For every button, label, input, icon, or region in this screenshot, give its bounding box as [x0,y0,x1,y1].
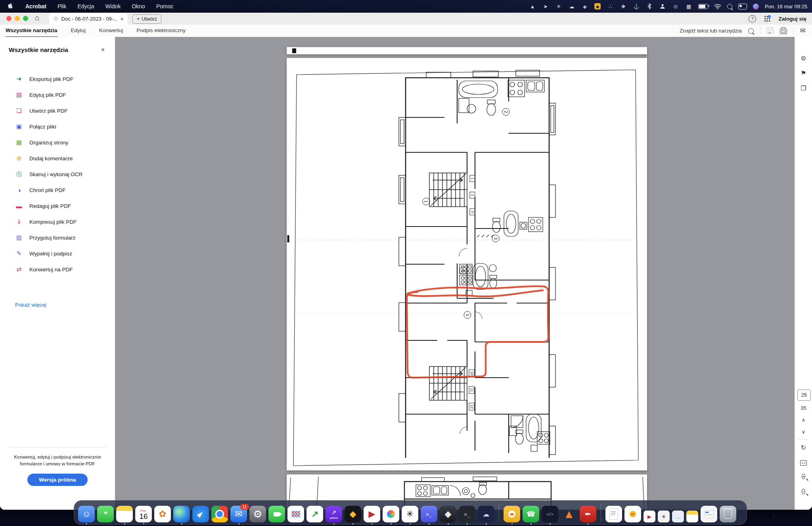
dock-cloud-shell-icon[interactable]: ☁ [478,506,494,522]
control-center-icon[interactable] [738,4,747,10]
menu-clock[interactable]: Pon. 16 mar 09:25 [765,4,807,10]
dock-safari-icon[interactable] [192,506,209,522]
document-tab[interactable]: ☆ Doc - 06-07-2023 - 09-... × [49,13,128,25]
dock-minimized-media-window[interactable]: ▶ [643,511,655,522]
user-status-icon[interactable] [659,3,666,10]
battery-icon[interactable] [698,4,708,9]
apps-grid-icon[interactable] [764,15,770,22]
apple-menu-icon[interactable] [7,3,14,10]
dock-minimized-mail-window[interactable] [701,506,717,522]
tab-esign[interactable]: Podpis elektroniczny [136,24,186,36]
help-icon[interactable]: ? [749,15,756,23]
tab-convert[interactable]: Konwertuj [99,24,123,36]
dock-minimized-chat-window[interactable]: … [672,511,684,522]
tool-fill-sign[interactable]: ✎Wypełnij i podpisz [0,246,115,261]
tool-create-pdf[interactable]: ❏Utwórz plik PDF [0,103,115,119]
dock-document-stack[interactable] [605,506,622,522]
tab-all-tools[interactable]: Wszystkie narzędzia [6,24,57,37]
bluetooth-status-icon[interactable] [646,3,653,10]
tab-edit[interactable]: Edytuj [71,24,86,36]
tool-organize-pages[interactable]: ▦Organizuj strony [0,134,115,150]
zoom-window-button[interactable] [23,16,28,21]
vlc-status-icon[interactable]: ▲ [529,3,536,10]
dock-notes-icon[interactable] [116,506,133,522]
dock-cyberduck-icon[interactable] [504,506,520,522]
dock-messages-icon[interactable]: ❝ [97,506,114,522]
dock-media-player-icon[interactable]: ▶ [364,506,380,522]
display-status-icon[interactable]: ▦ [685,3,692,10]
tool-edit-pdf[interactable]: ▤Edytuj plik PDF [0,87,115,103]
dock-acrobat-icon[interactable]: ✒ [580,506,596,522]
bookmarks-panel-icon[interactable]: ⚑ [795,69,812,77]
dock-facetime-icon[interactable] [268,506,285,522]
dock-duck-file[interactable] [624,506,641,522]
menu-app-name[interactable]: Acrobat [25,3,46,10]
dock-settings-icon[interactable]: ⚙ [249,506,266,522]
cloud-status-icon[interactable]: ☁ [568,3,575,10]
menu-edycja[interactable]: Edycja [77,3,94,10]
tool-convert-to-pdf[interactable]: ⇄Konwertuj na PDF [0,261,115,277]
dock-terminal-icon[interactable]: >_ [459,506,475,522]
tool-redact-pdf[interactable]: ▬Redaguj plik PDF [0,198,115,214]
save-icon[interactable] [767,27,774,34]
wifi-icon[interactable] [714,3,721,10]
star-icon[interactable]: ☆ [53,15,58,22]
dock-vlc-icon[interactable]: ▲ [561,506,577,522]
dock-chrome-icon[interactable] [211,506,228,522]
shield-status-icon[interactable]: ◈ [581,3,588,10]
trial-button[interactable]: Wersja próbna [27,474,88,486]
siri-icon[interactable] [753,4,759,10]
power-status-icon[interactable]: ⊙ [672,3,679,10]
openai-status-icon[interactable]: ✳ [555,3,562,10]
comments-panel-icon[interactable]: ⊜ [795,54,812,62]
dock-launchpad-icon[interactable] [287,506,304,522]
panel-close-icon[interactable]: × [101,46,105,54]
document-viewport[interactable]: 1 2 3 4 5 1 2 [115,37,795,510]
tool-prepare-form[interactable]: ▥Przygotuj formularz [0,230,115,246]
tool-add-comments[interactable]: ⊜Dodaj komentarze [0,150,115,166]
dock-calendar-icon[interactable]: Pon.16 [135,506,152,522]
menu-pomoc[interactable]: Pomoc [156,3,174,10]
page-thumbnails-icon[interactable]: ❐ [795,84,812,92]
dock-copilot-icon[interactable] [383,506,399,522]
menu-plik[interactable]: Plik [57,3,67,10]
sign-in-button[interactable]: Zaloguj się [778,16,806,22]
zoom-out-button[interactable]: − [795,488,812,495]
dock-edge-icon[interactable] [173,506,190,522]
dots-status-icon[interactable]: ∴ [607,3,614,10]
tool-scan-ocr[interactable]: ⒶSkanuj i wykonaj OCR [0,166,115,182]
binance-status-icon[interactable]: ◆ [594,3,601,10]
dock-finder-icon[interactable]: ☺ [78,506,95,522]
dock-photos-icon[interactable]: ✿ [154,506,171,522]
dock-chatgpt-icon[interactable]: ✳ [402,506,418,522]
close-window-button[interactable] [6,16,11,21]
tool-protect-pdf[interactable]: ◑Chroń plik PDF [0,182,115,198]
home-icon[interactable]: ⌂ [35,13,39,22]
dock-whatsapp-icon[interactable]: ☎ [523,506,539,522]
previous-page-button[interactable]: ∧ [795,417,812,423]
dock-unity-icon[interactable]: ◆ [440,506,456,522]
create-button[interactable]: + Utwórz [132,14,161,24]
show-more-link[interactable]: Pokaż więcej [15,302,46,308]
send-status-icon[interactable]: ➤ [542,3,549,10]
spotlight-icon[interactable] [727,4,732,9]
dock-yahoo-finance-icon[interactable]: ↗yahoo! [326,506,342,522]
docker-status-icon[interactable]: ⚓ [633,3,640,10]
print-icon[interactable] [780,29,787,34]
search-icon[interactable] [748,28,754,34]
dock-dev-chat-icon[interactable]: </> [542,506,558,522]
zoom-in-button[interactable]: + [795,472,812,480]
dock-binance-icon[interactable]: ◆ [345,506,361,522]
tool-export-pdf[interactable]: ➔Eksportuj plik PDF [0,71,115,87]
tool-compress-pdf[interactable]: ⇓Kompresuj plik PDF [0,214,115,230]
dock-stocks-icon[interactable]: ↗ [306,506,323,522]
dock-minimized-notes-window[interactable] [686,511,698,522]
rotate-page-button[interactable]: ↻ [795,444,812,451]
dock-mail-icon[interactable]: ✉11 [230,506,247,522]
dock-trash-icon[interactable] [720,506,736,522]
actual-size-button[interactable]: 1:1 [795,458,812,466]
find-text-button[interactable]: Znajdź tekst lub narzędzia [680,28,742,34]
email-icon[interactable]: ✉ [800,27,806,35]
menu-widok[interactable]: Widok [105,3,121,10]
menu-okno[interactable]: Okno [132,3,145,10]
